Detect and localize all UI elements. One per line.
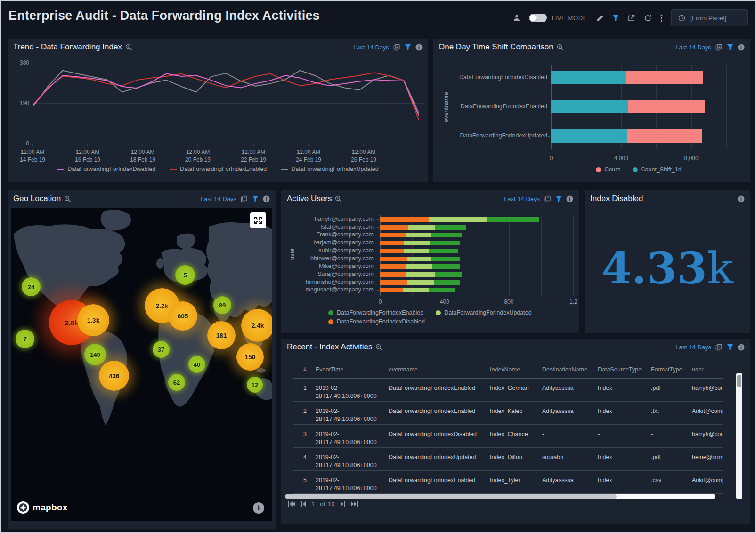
bar-segment-Count[interactable] — [627, 129, 702, 143]
map-bubble-7[interactable]: 7 — [16, 330, 34, 348]
map-bubble-24[interactable]: 24 — [22, 277, 41, 296]
legend-item[interactable]: DataForwardingForIndexDisabled — [57, 166, 155, 172]
map-bubble-89[interactable]: 89 — [213, 296, 231, 314]
filter-icon[interactable] — [252, 195, 259, 202]
legend-item[interactable]: Count — [596, 166, 620, 173]
bar-segment-DataForwardingForIndexDisabled[interactable] — [380, 272, 406, 277]
bar-segment-Count_Shift_1d[interactable] — [551, 71, 626, 84]
bar-segment-DataForwardingForIndexEnabled[interactable] — [429, 288, 455, 292]
zoom-in-icon[interactable] — [557, 44, 564, 51]
legend-item[interactable]: DataForwardingForIndexDisabled — [328, 318, 425, 325]
map-bubble-150[interactable]: 150 — [236, 343, 264, 371]
bar-segment-DataForwardingForIndexDisabled[interactable] — [380, 280, 407, 285]
map-bubble-181[interactable]: 181 — [207, 321, 236, 349]
mapbox-attribution[interactable]: mapbox — [17, 501, 68, 514]
bar-segment-DataForwardingForIndexEnabled[interactable] — [431, 257, 460, 261]
bar-segment-DataForwardingForIndexDisabled[interactable] — [380, 257, 407, 261]
bar-segment-DataForwardingForIndexEnabled[interactable] — [434, 280, 460, 285]
filter-icon[interactable] — [612, 15, 619, 21]
map-bubble-1.3k[interactable]: 1.3k — [77, 304, 109, 336]
map-bubble-140[interactable]: 140 — [84, 344, 106, 365]
scrollbar-thumb[interactable] — [285, 494, 617, 499]
zoom-in-icon[interactable] — [375, 344, 382, 351]
column-header-DestinationName[interactable]: DestinationName — [540, 366, 595, 374]
time-range-link[interactable]: Last 14 Days — [201, 195, 236, 202]
info-icon[interactable] — [738, 44, 745, 51]
time-range-link[interactable]: Last 14 Days — [675, 344, 711, 351]
map-bubble-37[interactable]: 37 — [153, 341, 170, 358]
horizontal-scrollbar[interactable] — [285, 494, 715, 499]
bar-segment-DataForwardingForIndexEnabled[interactable] — [430, 241, 460, 245]
bar-segment-DataForwardingForIndexDisabled[interactable] — [380, 233, 406, 237]
info-icon[interactable] — [263, 195, 270, 202]
zoom-in-icon[interactable] — [64, 195, 71, 202]
bar-segment-DataForwardingForIndexDisabled[interactable] — [380, 249, 404, 253]
time-range-selector[interactable]: [From Panel] — [671, 9, 748, 26]
column-header-user[interactable]: user — [690, 366, 723, 374]
zoom-in-icon[interactable] — [335, 195, 342, 202]
bar-segment-DataForwardingForIndexUpdated[interactable] — [406, 264, 432, 269]
column-header-num[interactable]: # — [293, 366, 313, 374]
info-icon[interactable] — [415, 44, 423, 51]
bar-segment-DataForwardingForIndexUpdated[interactable] — [408, 225, 435, 230]
map-info-button[interactable]: i — [253, 502, 264, 514]
edit-icon[interactable] — [596, 14, 604, 22]
legend-item[interactable]: DataForwardingForIndexEnabled — [328, 309, 423, 316]
first-page-button[interactable] — [288, 501, 296, 507]
bar-segment-DataForwardingForIndexUpdated[interactable] — [404, 249, 429, 253]
bar-segment-DataForwardingForIndexEnabled[interactable] — [435, 225, 466, 230]
time-range-link[interactable]: Last 14 Days — [353, 44, 389, 51]
previous-page-button[interactable] — [301, 501, 306, 507]
copy-icon[interactable] — [715, 344, 723, 351]
refresh-icon[interactable] — [644, 14, 652, 22]
bar-segment-DataForwardingForIndexUpdated[interactable] — [406, 272, 435, 277]
map-expand-button[interactable] — [250, 212, 266, 228]
copy-icon[interactable] — [544, 195, 551, 202]
bar-segment-DataForwardingForIndexUpdated[interactable] — [407, 257, 431, 261]
zoom-in-icon[interactable] — [125, 44, 132, 51]
bar-segment-DataForwardingForIndexEnabled[interactable] — [429, 249, 458, 253]
bar-segment-DataForwardingForIndexUpdated[interactable] — [406, 233, 432, 237]
map-bubble-605[interactable]: 605 — [168, 301, 197, 331]
bar-segment-DataForwardingForIndexDisabled[interactable] — [380, 264, 406, 269]
table-row[interactable]: 32019-02-28T17:49:10.806+0000DataForward… — [293, 425, 723, 448]
bar-segment-DataForwardingForIndexEnabled[interactable] — [487, 217, 539, 222]
share-icon[interactable] — [627, 14, 635, 22]
copy-icon[interactable] — [715, 44, 723, 51]
world-map[interactable]: 2452.2k605892.8k1.3k2.4k1817140374043662… — [11, 208, 272, 521]
map-bubble-40[interactable]: 40 — [188, 356, 205, 373]
last-page-button[interactable] — [350, 501, 358, 507]
column-header-DataSourceType[interactable]: DataSourceType — [595, 366, 649, 374]
legend-item[interactable]: DataForwardingForIndexEnabled — [170, 166, 267, 172]
map-bubble-12[interactable]: 12 — [247, 377, 263, 393]
table-row[interactable]: 52019-02-28T17:49:10.806+0000DataForward… — [293, 471, 723, 494]
column-header-IndexName[interactable]: IndexName — [488, 366, 540, 374]
map-bubble-5[interactable]: 5 — [175, 265, 195, 285]
info-icon[interactable] — [566, 195, 573, 202]
bar-segment-DataForwardingForIndexEnabled[interactable] — [432, 264, 460, 269]
bar-segment-DataForwardingForIndexEnabled[interactable] — [431, 233, 461, 237]
more-options-icon[interactable] — [660, 14, 663, 22]
legend-item[interactable]: Count_Shift_1d — [633, 166, 682, 173]
copy-icon[interactable] — [393, 44, 400, 51]
map-bubble-436[interactable]: 436 — [99, 361, 129, 391]
bar-segment-Count[interactable] — [626, 71, 703, 84]
live-mode-toggle[interactable] — [529, 14, 547, 22]
legend-item[interactable]: DataForwardingForIndexUpdated — [436, 309, 532, 316]
next-page-button[interactable] — [340, 501, 345, 507]
map-bubble-2.4k[interactable]: 2.4k — [241, 309, 272, 342]
bar-segment-Count_Shift_1d[interactable] — [551, 100, 628, 113]
bar-segment-Count_Shift_1d[interactable] — [551, 129, 627, 143]
vertical-scrollbar[interactable] — [736, 373, 742, 499]
bar-segment-DataForwardingForIndexDisabled[interactable] — [380, 217, 429, 222]
map-bubble-62[interactable]: 62 — [168, 374, 185, 391]
filter-icon[interactable] — [727, 44, 733, 50]
bar-segment-DataForwardingForIndexDisabled[interactable] — [380, 241, 404, 245]
table-row[interactable]: 42019-02-28T17:49:10.806+0000DataForward… — [293, 448, 723, 471]
bar-segment-DataForwardingForIndexDisabled[interactable] — [380, 225, 408, 230]
info-icon[interactable] — [738, 195, 745, 202]
bar-segment-DataForwardingForIndexUpdated[interactable] — [404, 241, 430, 245]
info-icon[interactable] — [738, 344, 745, 351]
time-range-link[interactable]: Last 14 Days — [675, 44, 711, 51]
filter-icon[interactable] — [405, 44, 411, 50]
